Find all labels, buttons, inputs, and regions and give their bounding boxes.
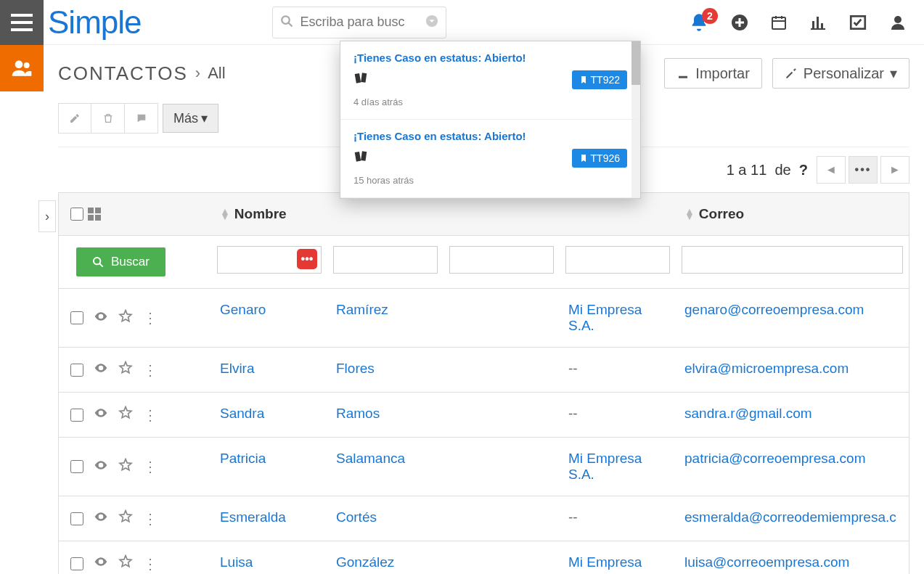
- view-icon[interactable]: [94, 458, 108, 476]
- email-link[interactable]: sandra.r@gmail.com: [684, 406, 812, 421]
- notification-tag[interactable]: TT926: [572, 149, 627, 168]
- grid-view-icon[interactable]: [88, 208, 101, 221]
- comment-button[interactable]: [125, 103, 158, 134]
- chevron-down-icon: ▾: [201, 110, 208, 126]
- row-checkbox[interactable]: [70, 512, 83, 525]
- row-checkbox[interactable]: [70, 557, 83, 570]
- star-icon[interactable]: [118, 406, 133, 424]
- select-all-checkbox[interactable]: [70, 208, 83, 221]
- search-dropdown-icon[interactable]: [425, 15, 438, 30]
- notifications-icon[interactable]: 2: [689, 12, 709, 33]
- search-input[interactable]: [300, 15, 409, 30]
- hamburger-menu[interactable]: [0, 0, 44, 45]
- star-icon[interactable]: [118, 361, 133, 379]
- first-name-link[interactable]: Esmeralda: [220, 509, 286, 525]
- row-menu-icon[interactable]: ⋮: [143, 510, 158, 528]
- view-icon[interactable]: [94, 406, 108, 424]
- svg-point-3: [282, 16, 290, 24]
- calendar-icon[interactable]: [770, 14, 788, 31]
- delete-button[interactable]: [91, 103, 125, 134]
- logo[interactable]: S i m p l e: [48, 4, 142, 41]
- first-name-link[interactable]: Elvira: [220, 361, 255, 376]
- notification-panel: ¡Tienes Caso en estatus: Abierto! TT922 …: [340, 41, 641, 199]
- notification-item[interactable]: ¡Tienes Caso en estatus: Abierto! TT926 …: [340, 120, 640, 198]
- add-icon[interactable]: [731, 14, 748, 31]
- company-empty: --: [568, 509, 578, 525]
- breadcrumb[interactable]: All: [208, 64, 225, 83]
- first-name-link[interactable]: Genaro: [220, 302, 266, 317]
- pager-options[interactable]: •••: [849, 156, 878, 184]
- row-menu-icon[interactable]: ⋮: [143, 555, 158, 573]
- star-icon[interactable]: [118, 458, 133, 476]
- row-checkbox[interactable]: [70, 460, 83, 473]
- pager-prev[interactable]: ◄: [817, 156, 846, 184]
- star-icon[interactable]: [118, 554, 133, 573]
- view-icon[interactable]: [94, 309, 108, 327]
- view-icon[interactable]: [94, 361, 108, 379]
- svg-rect-8: [735, 21, 744, 23]
- email-link[interactable]: esmeralda@correodemiempresa.c: [684, 509, 896, 525]
- notification-tag[interactable]: TT922: [572, 70, 627, 89]
- last-name-link[interactable]: Flores: [336, 361, 375, 376]
- svg-point-21: [894, 16, 901, 23]
- last-name-link[interactable]: Ramos: [336, 406, 380, 421]
- star-icon[interactable]: [118, 309, 133, 327]
- email-link[interactable]: elvira@microempresa.com: [684, 361, 849, 376]
- svg-rect-17: [812, 21, 814, 28]
- star-icon[interactable]: [118, 509, 133, 528]
- email-link[interactable]: patricia@correoempresa.com: [684, 451, 866, 466]
- last-name-link[interactable]: Salamanca: [336, 451, 405, 466]
- company-link[interactable]: Mi Empresa S.A.: [568, 451, 642, 482]
- svg-point-23: [24, 62, 30, 68]
- row-checkbox[interactable]: [70, 409, 83, 422]
- import-button[interactable]: Importar: [664, 58, 761, 89]
- reports-icon[interactable]: [809, 14, 827, 31]
- search-button[interactable]: Buscar: [76, 247, 165, 276]
- pager-text: 1 a 11 de ?: [727, 162, 808, 179]
- row-menu-icon[interactable]: ⋮: [143, 309, 158, 327]
- filter-company[interactable]: [565, 246, 670, 274]
- view-icon[interactable]: [94, 554, 108, 573]
- pager-next[interactable]: ►: [880, 156, 909, 184]
- company-link[interactable]: Mi Empresa: [568, 554, 642, 570]
- sort-icon[interactable]: ▲▼: [684, 209, 695, 219]
- filter-lastname[interactable]: [333, 246, 438, 274]
- row-menu-icon[interactable]: ⋮: [143, 458, 158, 475]
- row-checkbox[interactable]: [70, 311, 83, 324]
- edit-button[interactable]: [58, 103, 91, 134]
- tasks-icon[interactable]: [849, 13, 867, 32]
- filter-more-icon[interactable]: •••: [297, 249, 317, 269]
- email-link[interactable]: luisa@correoempresa.com: [684, 554, 849, 570]
- filter-email[interactable]: [682, 246, 903, 274]
- first-name-link[interactable]: Patricia: [220, 451, 266, 466]
- contacts-module-icon[interactable]: [0, 45, 44, 91]
- table-row: ⋮ Elvira Flores -- elvira@microempresa.c…: [59, 348, 909, 393]
- sort-icon[interactable]: ▲▼: [220, 209, 230, 219]
- last-name-link[interactable]: González: [336, 554, 394, 570]
- breadcrumb-separator: ›: [195, 64, 200, 83]
- company-link[interactable]: Mi Empresa S.A.: [568, 302, 642, 333]
- notification-badge: 2: [702, 8, 718, 24]
- table-header: › ▲▼Nombre ▲▼Correo: [59, 192, 909, 236]
- expand-sidebar[interactable]: ›: [38, 200, 56, 232]
- search-box[interactable]: [272, 7, 446, 38]
- last-name-link[interactable]: Cortés: [336, 509, 377, 525]
- row-menu-icon[interactable]: ⋮: [143, 361, 158, 379]
- row-menu-icon[interactable]: ⋮: [143, 406, 158, 424]
- last-name-link[interactable]: Ramírez: [336, 302, 388, 317]
- view-icon[interactable]: [94, 509, 108, 528]
- filter-row: Buscar •••: [59, 236, 909, 289]
- customize-button[interactable]: Personalizar ▾: [772, 58, 909, 89]
- user-icon[interactable]: [889, 14, 907, 31]
- row-checkbox[interactable]: [70, 364, 83, 377]
- first-name-link[interactable]: Sandra: [220, 406, 264, 421]
- first-name-link[interactable]: Luisa: [220, 554, 253, 570]
- svg-rect-0: [11, 14, 33, 17]
- email-link[interactable]: genaro@correoempresa.com: [684, 302, 864, 317]
- svg-rect-18: [817, 17, 819, 28]
- svg-rect-9: [772, 17, 785, 29]
- table-row: ⋮ Sandra Ramos -- sandra.r@gmail.com: [59, 393, 909, 438]
- notification-item[interactable]: ¡Tienes Caso en estatus: Abierto! TT922 …: [340, 41, 640, 120]
- more-button[interactable]: Más ▾: [163, 104, 218, 133]
- filter-col3[interactable]: [449, 246, 554, 274]
